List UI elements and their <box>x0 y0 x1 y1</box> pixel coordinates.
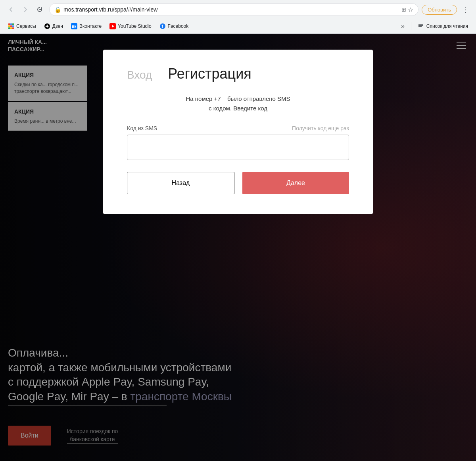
bookmark-dzen-label: Дзен <box>52 23 63 29</box>
update-button[interactable]: Обновить <box>422 5 457 15</box>
bookmark-youtube-label: YouTube Studio <box>118 23 152 29</box>
bookmark-services-label: Сервисы <box>16 23 36 29</box>
svg-rect-8 <box>12 27 14 29</box>
desc-part2: было отправлено SMS <box>226 95 290 102</box>
sms-code-input[interactable] <box>127 135 349 160</box>
translate-icon[interactable]: ⊞ <box>401 6 406 13</box>
modal-description: На номер +7 было отправлено SMS с кодом.… <box>127 94 349 113</box>
divider <box>411 22 411 30</box>
sms-code-label: Код из SMS <box>127 125 157 131</box>
next-button-modal[interactable]: Далее <box>242 172 349 194</box>
more-bookmarks-button[interactable]: » <box>398 21 408 31</box>
svg-rect-5 <box>12 25 14 27</box>
address-icons: ⊞ ☆ <box>401 6 413 14</box>
youtube-icon <box>109 23 116 29</box>
back-button-modal[interactable]: Назад <box>127 172 234 194</box>
svg-rect-7 <box>10 27 12 29</box>
modal-tabs: Вход Регистрация <box>127 66 349 82</box>
bookmark-vk[interactable]: вк Вконтакте <box>68 21 105 31</box>
svg-rect-1 <box>10 23 12 25</box>
svg-text:f: f <box>161 24 163 29</box>
bookmark-services[interactable]: Сервисы <box>5 21 39 31</box>
reading-list-icon <box>418 23 424 29</box>
star-icon[interactable]: ☆ <box>408 6 413 14</box>
bookmark-youtube[interactable]: YouTube Studio <box>106 21 155 31</box>
desc-part1: На номер +7 <box>186 95 222 102</box>
bookmark-vk-label: Вконтакте <box>79 23 102 29</box>
modal-overlay: Вход Регистрация На номер +7 было отправ… <box>0 34 476 461</box>
address-input[interactable] <box>63 6 399 13</box>
svg-text:вк: вк <box>72 24 77 29</box>
svg-rect-2 <box>12 23 14 25</box>
facebook-icon: f <box>159 23 166 29</box>
svg-rect-18 <box>418 26 422 27</box>
svg-rect-16 <box>418 24 423 25</box>
page-background: ЛИЧНЫЙ КА... ПАССАЖИР... АКЦИЯ Скидки по… <box>0 34 476 461</box>
resend-code-button[interactable]: Получить код еще раз <box>292 125 349 131</box>
reading-list-button[interactable]: Список для чтения <box>415 21 471 31</box>
reload-button[interactable] <box>33 3 46 16</box>
modal-dialog: Вход Регистрация На номер +7 было отправ… <box>103 50 373 214</box>
svg-rect-0 <box>8 23 10 25</box>
browser-toolbar: 🔒 ⊞ ☆ Обновить ⋮ <box>0 0 476 19</box>
modal-buttons: Назад Далее <box>127 172 349 194</box>
svg-rect-17 <box>418 25 423 26</box>
svg-rect-4 <box>10 25 12 27</box>
google-apps-icon <box>8 23 14 29</box>
tab-register[interactable]: Регистрация <box>168 66 251 82</box>
address-bar[interactable]: 🔒 ⊞ ☆ <box>49 3 418 16</box>
desc-part3: с кодом. Введите код <box>209 105 267 112</box>
form-row-labels: Код из SMS Получить код еще раз <box>127 125 349 131</box>
bookmark-dzen[interactable]: Дзен <box>41 21 66 31</box>
lock-icon: 🔒 <box>54 6 61 13</box>
tab-login[interactable]: Вход <box>127 69 152 81</box>
vk-icon: вк <box>71 23 77 29</box>
more-options-button[interactable]: ⋮ <box>460 3 471 16</box>
svg-rect-3 <box>8 25 10 27</box>
browser-chrome: 🔒 ⊞ ☆ Обновить ⋮ <box>0 0 476 34</box>
nav-buttons <box>5 3 46 16</box>
reading-list-label: Список для чтения <box>426 23 468 29</box>
back-button[interactable] <box>5 3 17 16</box>
bookmark-facebook-label: Facebook <box>168 23 189 29</box>
bookmark-facebook[interactable]: f Facebook <box>156 21 192 31</box>
svg-rect-6 <box>8 27 10 29</box>
dzen-icon <box>44 23 50 29</box>
forward-button[interactable] <box>19 3 32 16</box>
bookmarks-bar: Сервисы Дзен вк Вконтакте YouTube Studio <box>0 19 476 33</box>
